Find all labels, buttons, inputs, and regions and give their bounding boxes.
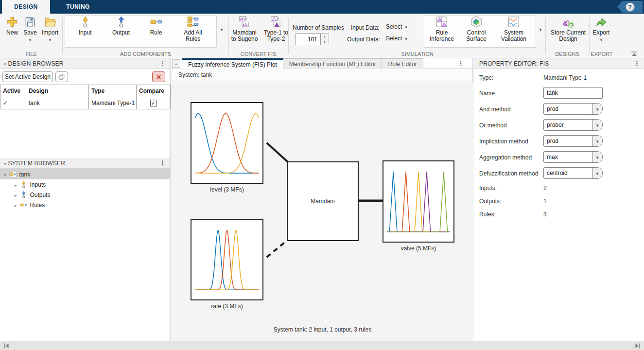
combo-caret-button[interactable] <box>592 152 602 162</box>
or-method-select[interactable]: probor <box>543 119 603 131</box>
collapse-design-browser-icon[interactable] <box>4 60 6 67</box>
combo-caret-button[interactable] <box>592 120 602 130</box>
tabbar-overflow-menu[interactable] <box>458 60 464 67</box>
set-active-design-button[interactable]: Set Active Design <box>2 71 53 82</box>
separator <box>545 18 546 54</box>
splitter-grip-icon[interactable] <box>172 59 180 68</box>
cell-design: tank <box>26 97 89 109</box>
tree-expand-icon[interactable] <box>15 192 17 198</box>
mamdani-to-sugeno-button[interactable]: Mamdani to Sugeno <box>229 16 260 42</box>
rate-mf-plot[interactable] <box>191 219 263 300</box>
mamdani-box[interactable]: Mamdani <box>287 161 359 241</box>
defuzzification-method-select[interactable]: centroid <box>543 167 603 179</box>
combo-caret-button[interactable] <box>592 136 602 146</box>
compare-checkbox[interactable]: ✓ <box>150 100 157 106</box>
system-browser-menu[interactable] <box>159 159 166 167</box>
delete-design-button[interactable] <box>152 71 165 82</box>
add-components-gallery-caret[interactable] <box>218 26 225 33</box>
implication-method-value: prod <box>547 138 558 144</box>
combo-caret-button[interactable] <box>592 104 602 114</box>
titlebar: DESIGN TUNING ? <box>0 0 644 14</box>
input-data-select[interactable]: Select <box>386 23 407 30</box>
aggregation-method-select[interactable]: max <box>543 151 603 163</box>
tree-item-rules[interactable]: Rules <box>0 200 170 210</box>
mamdani-to-sugeno-icon <box>238 16 251 28</box>
property-editor-menu[interactable] <box>634 60 640 67</box>
spinner-up-button[interactable]: ▲ <box>321 34 329 39</box>
col-active: Active <box>0 85 26 97</box>
system-browser-tree: tank Inputs Outputs Rules <box>0 169 170 210</box>
add-input-button[interactable]: Input <box>73 16 97 36</box>
name-field[interactable] <box>543 87 603 99</box>
cell-active: ✓ <box>0 97 26 109</box>
tree-item-tank-label: tank <box>19 171 31 178</box>
defuzzification-method-value: centroid <box>547 170 568 176</box>
tab-mf-editor[interactable]: Membership Function (MF) Editor <box>283 58 383 69</box>
import-dropdown-caret-icon[interactable] <box>49 36 51 41</box>
rule-icon <box>150 16 162 28</box>
spinner-down-button[interactable]: ▼ <box>321 39 329 45</box>
type1-to-type2-button[interactable]: Type-1 to Type-2 <box>261 16 291 42</box>
collapse-right-panel-icon[interactable] <box>634 342 641 350</box>
design-table-row[interactable]: ✓ tank Mamdani Type-1 ✓ <box>0 97 171 109</box>
implication-method-select[interactable]: prod <box>543 135 603 147</box>
toolstrip: New Save Import FILE Input Rule Output R… <box>0 14 644 58</box>
cell-compare: ✓ <box>137 97 171 109</box>
new-button[interactable]: New <box>3 16 21 36</box>
tab-design[interactable]: DESIGN <box>2 0 50 14</box>
simulation-gallery-caret[interactable] <box>537 26 544 33</box>
add-rule-button[interactable]: Rule <box>145 16 167 36</box>
add-output-button[interactable]: Rule Output <box>108 16 134 36</box>
tab-tuning[interactable]: TUNING <box>50 0 106 14</box>
inference-node-mamdani[interactable]: Mamdani <box>287 161 359 241</box>
collapse-toolstrip-button[interactable] <box>630 51 638 57</box>
system-validation-button[interactable]: System Validation <box>495 16 533 42</box>
aggregation-method-label: Aggregation method <box>479 154 532 161</box>
save-button[interactable]: Save <box>21 16 39 41</box>
design-browser-toolbar: Set Active Design <box>0 69 170 85</box>
input-data-select-value: Select <box>386 23 402 30</box>
add-all-rules-label: Add All Rules <box>177 30 209 42</box>
tree-expand-icon[interactable] <box>15 202 17 209</box>
level-mf-plot[interactable] <box>191 102 263 184</box>
tab-fis-plot[interactable]: Fuzzy Inference System (FIS) Plot <box>182 58 283 69</box>
export-button[interactable]: Export <box>590 16 612 41</box>
output-node-valve[interactable]: valve (5 MFs) <box>383 160 454 252</box>
tab-rule-editor[interactable]: Rule Editor <box>382 58 423 69</box>
dropdown-caret-icon <box>596 138 599 144</box>
input-node-level[interactable]: level (3 MFs) <box>191 102 263 193</box>
tree-item-tank[interactable]: tank <box>0 169 170 179</box>
save-dropdown-caret-icon[interactable] <box>29 36 31 41</box>
copy-design-button[interactable] <box>55 71 68 82</box>
and-method-label: And method <box>479 106 511 113</box>
help-button[interactable]: ? <box>617 1 643 13</box>
save-label: Save <box>23 30 36 36</box>
import-button[interactable]: Import <box>40 16 60 41</box>
tree-item-outputs-label: Outputs <box>30 192 51 198</box>
tree-expand-icon[interactable] <box>4 171 6 178</box>
rule-inference-label: Rule Inference <box>427 30 457 42</box>
output-data-select[interactable]: Select <box>386 35 407 42</box>
valve-node-label: valve (5 MFs) <box>383 245 454 252</box>
control-surface-button[interactable]: Control Surface <box>461 16 492 42</box>
tree-item-outputs[interactable]: Outputs <box>0 190 170 200</box>
store-current-design-button[interactable]: Store Current Design <box>547 16 589 42</box>
collapse-system-browser-icon[interactable] <box>4 160 6 167</box>
dropdown-caret-icon <box>596 122 599 128</box>
store-current-design-label: Store Current Design <box>547 30 589 42</box>
number-of-samples-input[interactable] <box>296 33 321 45</box>
set-active-design-label: Set Active Design <box>5 73 51 80</box>
and-method-select[interactable]: prod <box>543 103 603 115</box>
design-browser-menu[interactable] <box>159 60 166 67</box>
tree-expand-icon[interactable] <box>15 181 17 188</box>
rule-inference-button[interactable]: Rule Inference <box>427 16 457 42</box>
collapse-left-panel-icon[interactable] <box>3 342 10 350</box>
tree-item-inputs[interactable]: Inputs <box>0 179 170 190</box>
input-node-rate[interactable]: rate (3 MFs) <box>191 219 263 310</box>
fuzzy-logic-designer-app: DESIGN TUNING ? New Save Import FILE Inp… <box>0 0 644 350</box>
combo-caret-button[interactable] <box>592 168 602 178</box>
valve-mf-plot[interactable] <box>383 160 454 243</box>
export-dropdown-caret-icon[interactable] <box>600 36 602 41</box>
add-all-rules-button[interactable]: Add All Rules <box>177 16 209 42</box>
rate-mf-curves <box>191 220 262 299</box>
